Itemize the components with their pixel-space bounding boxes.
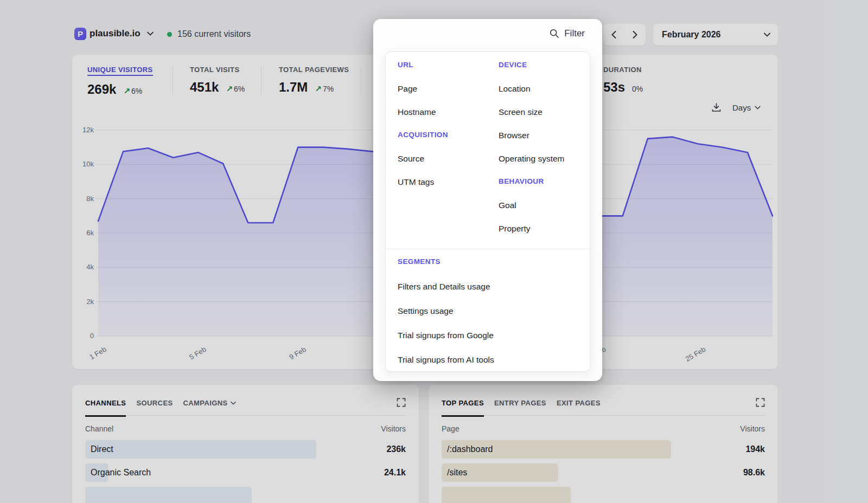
tab-entry-pages[interactable]: ENTRY PAGES xyxy=(494,399,546,407)
table-row[interactable]: /sites 98.6k xyxy=(442,463,765,482)
y-axis-label: 12k xyxy=(82,126,94,134)
segment-item-trial-signups-ai[interactable]: Trial signups from AI tools xyxy=(398,355,578,366)
filter-item-goal[interactable]: Goal xyxy=(499,201,578,211)
filter-section-acquisition: ACQUISITION xyxy=(398,131,499,141)
filter-popover: Filter URL Page Hostname ACQUISITION Sou… xyxy=(373,19,602,381)
row-label: /sites xyxy=(447,468,467,478)
table-header: Page Visitors xyxy=(442,424,765,433)
tab-top-pages[interactable]: TOP PAGES xyxy=(442,399,484,407)
stat-visit-duration[interactable]: DURATION 53s 0% xyxy=(603,66,643,95)
stat-value: 269k xyxy=(87,82,116,97)
chevron-down-icon xyxy=(764,33,770,37)
y-axis-label: 4k xyxy=(86,263,94,271)
stat-change: 0% xyxy=(632,85,643,93)
next-period-button[interactable] xyxy=(624,24,646,46)
interval-label: Days xyxy=(732,103,751,112)
table-row-partial[interactable] xyxy=(442,487,765,503)
segments-section: SEGMENTS Filters and Details usage Setti… xyxy=(386,249,590,366)
pages-panel: TOP PAGES ENTRY PAGES EXIT PAGES Page Vi… xyxy=(429,385,778,503)
date-range-selector[interactable]: February 2026 xyxy=(653,24,778,46)
y-axis-label: 2k xyxy=(86,298,94,306)
y-axis-label: 10k xyxy=(82,160,94,168)
expand-panel-button[interactable] xyxy=(756,398,765,407)
fullscreen-icon xyxy=(397,398,406,407)
segment-item-settings-usage[interactable]: Settings usage xyxy=(398,306,578,317)
interval-selector[interactable]: Days xyxy=(732,103,761,112)
segment-item-trial-signups-google[interactable]: Trial signups from Google xyxy=(398,331,578,341)
download-icon xyxy=(711,102,722,113)
tab-sources[interactable]: SOURCES xyxy=(136,399,173,407)
chevron-down-icon xyxy=(755,106,761,109)
filter-item-hostname[interactable]: Hostname xyxy=(398,107,499,118)
stat-value: 1.7M xyxy=(279,80,308,95)
channels-tabs: CHANNELS SOURCES CAMPAIGNS xyxy=(85,398,406,416)
date-nav xyxy=(603,24,646,46)
tab-channels[interactable]: CHANNELS xyxy=(85,399,126,407)
filter-button[interactable]: Filter xyxy=(550,28,585,39)
stat-divider xyxy=(173,67,173,95)
row-value: 194k xyxy=(745,444,765,454)
row-label: /:dashboard xyxy=(447,444,493,454)
row-bar xyxy=(442,487,571,503)
filter-column-left: URL Page Hostname ACQUISITION Source UTM… xyxy=(398,61,499,247)
row-bar xyxy=(85,487,252,503)
tab-exit-pages[interactable]: EXIT PAGES xyxy=(557,399,601,407)
table-row[interactable]: Organic Search 24.1k xyxy=(85,463,406,482)
row-bar xyxy=(85,440,316,459)
stat-change: ↗6% xyxy=(123,86,142,96)
stat-unique-visitors[interactable]: UNIQUE VISITORS 269k ↗6% xyxy=(87,66,153,97)
current-visitors-link[interactable]: 156 current visitors xyxy=(167,29,251,39)
pages-tabs: TOP PAGES ENTRY PAGES EXIT PAGES xyxy=(442,398,765,416)
x-axis-label: 9 Feb xyxy=(288,345,308,362)
filter-item-page[interactable]: Page xyxy=(398,84,499,95)
filter-section-url: URL xyxy=(398,61,499,72)
y-axis-label: 6k xyxy=(86,229,94,237)
plausible-logo: P xyxy=(74,28,86,40)
x-axis-label: 5 Feb xyxy=(188,345,207,362)
filter-section-behaviour: BEHAVIOUR xyxy=(499,177,578,188)
tab-campaigns[interactable]: CAMPAIGNS xyxy=(183,399,236,407)
filter-item-property[interactable]: Property xyxy=(499,224,578,235)
stat-label: TOTAL VISITS xyxy=(190,66,245,74)
filter-item-operating-system[interactable]: Operating system xyxy=(499,154,578,165)
chevron-right-icon xyxy=(633,31,637,38)
chart-controls: Days xyxy=(711,102,761,113)
stat-total-pageviews[interactable]: TOTAL PAGEVIEWS 1.7M ↗7% xyxy=(279,66,349,95)
row-value: 24.1k xyxy=(384,468,406,478)
y-axis-label: 0 xyxy=(90,332,94,340)
filter-item-location[interactable]: Location xyxy=(499,84,578,95)
filter-section-segments: SEGMENTS xyxy=(398,257,578,268)
fullscreen-icon xyxy=(756,398,765,407)
chevron-down-icon xyxy=(147,31,154,36)
filter-item-browser[interactable]: Browser xyxy=(499,131,578,141)
segment-item-filters-details-usage[interactable]: Filters and Details usage xyxy=(398,282,578,293)
filter-item-source[interactable]: Source xyxy=(398,154,499,165)
stat-value: 53s xyxy=(603,80,625,95)
stat-change: ↗7% xyxy=(315,84,334,94)
column-header-page: Page xyxy=(442,424,459,433)
expand-panel-button[interactable] xyxy=(397,398,406,407)
column-header-visitors: Visitors xyxy=(740,424,765,433)
filter-menu: URL Page Hostname ACQUISITION Source UTM… xyxy=(385,51,590,372)
table-row[interactable]: Direct 236k xyxy=(85,440,406,459)
stat-divider xyxy=(261,67,261,95)
column-header-visitors: Visitors xyxy=(381,424,406,433)
export-button[interactable] xyxy=(711,102,722,113)
site-switcher[interactable]: plausible.io xyxy=(90,28,154,39)
chevron-left-icon xyxy=(611,31,616,38)
table-row[interactable]: /:dashboard 194k xyxy=(442,440,765,459)
channels-rows: Direct 236k Organic Search 24.1k xyxy=(85,440,406,503)
table-row-partial[interactable] xyxy=(85,487,406,503)
stat-label: TOTAL PAGEVIEWS xyxy=(279,66,349,74)
filter-label: Filter xyxy=(564,28,585,39)
live-indicator-dot xyxy=(167,32,172,37)
filter-item-utm-tags[interactable]: UTM tags xyxy=(398,177,499,188)
prev-period-button[interactable] xyxy=(603,24,624,46)
x-axis-label: 1 Feb xyxy=(88,345,107,362)
stat-total-visits[interactable]: TOTAL VISITS 451k ↗6% xyxy=(190,66,245,95)
filter-column-right: DEVICE Location Screen size Browser Oper… xyxy=(499,61,578,247)
filter-item-screen-size[interactable]: Screen size xyxy=(499,107,578,118)
date-range-label: February 2026 xyxy=(662,30,721,40)
stat-divider xyxy=(361,67,361,95)
channels-panel: CHANNELS SOURCES CAMPAIGNS Channel Visit… xyxy=(72,385,419,503)
